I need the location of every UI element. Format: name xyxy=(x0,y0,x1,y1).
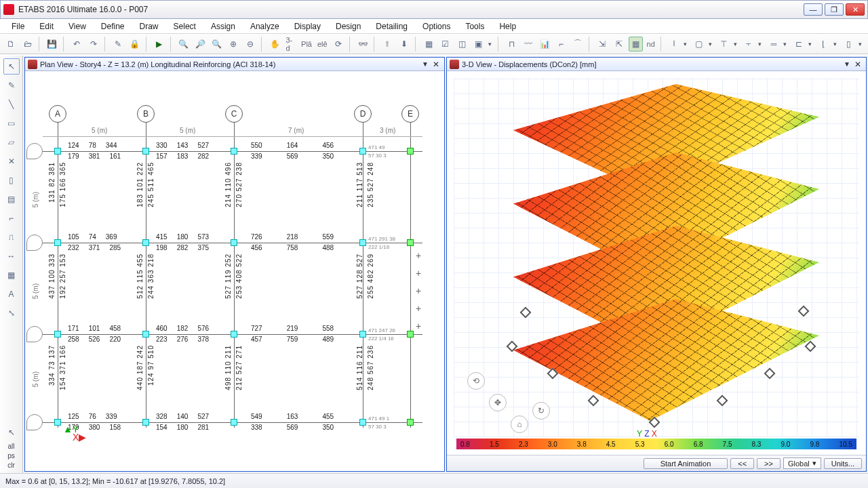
bars-icon[interactable]: 📊 xyxy=(538,37,551,52)
units-button[interactable]: Units... xyxy=(824,458,862,469)
zoom-out-icon[interactable]: ⊖ xyxy=(243,37,257,52)
slab-icon[interactable]: ▤ xyxy=(3,191,20,207)
moment-icon[interactable]: ⌐ xyxy=(554,37,568,52)
pencil-icon[interactable]: ✎ xyxy=(111,37,125,52)
row-bubble-3 xyxy=(26,326,43,342)
wave-icon[interactable]: 〰 xyxy=(521,37,534,52)
pointer-icon[interactable]: ↖ xyxy=(3,58,20,75)
home-button[interactable]: ⌂ xyxy=(511,415,528,433)
side-clr[interactable]: clr xyxy=(3,462,20,469)
menu-assign[interactable]: Assign xyxy=(203,20,243,33)
menu-display[interactable]: Display xyxy=(287,20,328,33)
next-button[interactable]: >> xyxy=(757,458,781,469)
rect-icon[interactable]: ▭ xyxy=(3,115,20,131)
plan-close[interactable]: ✕ xyxy=(431,60,441,69)
tee1-icon[interactable]: ⊤ xyxy=(717,37,730,52)
deform-icon[interactable]: ⌒ xyxy=(571,37,585,52)
view-plan-button[interactable]: Plâ xyxy=(300,40,313,48)
axis-triad: Y Z X xyxy=(637,429,657,439)
maximize-button[interactable]: ❐ xyxy=(825,3,844,16)
assign3-icon[interactable]: ▦ xyxy=(629,37,642,52)
3d-dropdown[interactable]: ▼ xyxy=(842,60,852,68)
open-icon[interactable]: 🗁 xyxy=(20,37,34,52)
section2-icon[interactable]: ▯ xyxy=(842,37,855,52)
redo-icon[interactable]: ↷ xyxy=(86,37,100,52)
prev-button[interactable]: << xyxy=(730,458,754,469)
menu-file[interactable]: File xyxy=(4,20,32,33)
show-object-icon[interactable]: ▦ xyxy=(422,37,435,52)
assign2-icon[interactable]: ⇱ xyxy=(612,37,626,52)
view-ele-button[interactable]: elê xyxy=(316,40,329,48)
menu-draw[interactable]: Draw xyxy=(132,20,166,33)
menu-design[interactable]: Design xyxy=(328,20,368,33)
up-story-icon[interactable]: ⬆ xyxy=(380,37,394,52)
side-toolbar: ↖ ✎ ╲ ▭ ▱ ✕ ▯ ▤ ⌐ ⎍ ↔ ▦ A ⤡ ↖ all ps clr xyxy=(0,56,23,473)
wall-icon[interactable]: ⌐ xyxy=(3,210,20,226)
pan-button[interactable]: ✥ xyxy=(489,394,507,411)
angle-icon[interactable]: ⌊ xyxy=(816,37,830,52)
hatch-icon[interactable]: ▦ xyxy=(3,267,20,283)
save-icon[interactable]: 💾 xyxy=(45,37,59,52)
side-ps[interactable]: ps xyxy=(3,452,20,460)
3d-canvas[interactable]: ⟲ ✥ ⌂ ↻ Y Z X 0.81.52.3 3.03.84.5 5.36.0… xyxy=(447,71,866,471)
minimize-button[interactable]: — xyxy=(804,3,823,16)
row-bubble-4 xyxy=(26,414,43,430)
glasses-icon[interactable]: 👓 xyxy=(356,37,370,52)
ibeam-icon[interactable]: Ｉ xyxy=(667,37,681,52)
undo-icon[interactable]: ↶ xyxy=(70,37,83,52)
menu-analyze[interactable]: Analyze xyxy=(243,20,287,33)
dim-icon[interactable]: ↔ xyxy=(3,248,20,264)
section-icon[interactable]: ▣ xyxy=(471,37,485,52)
menu-select[interactable]: Select xyxy=(166,20,203,33)
brace-icon[interactable]: ✕ xyxy=(3,153,20,169)
view-3d-button[interactable]: 3-d xyxy=(284,36,297,52)
window-title: ETABS 2016 Ultimate 16.0.0 - P007 xyxy=(18,5,804,14)
side-all[interactable]: all xyxy=(3,443,20,450)
plan-canvas[interactable]: A B C D E 5 (m) 5 (m) 7 (m) 3 (m) xyxy=(25,71,444,471)
box-icon[interactable]: ▢ xyxy=(692,37,705,52)
run-icon[interactable]: ▶ xyxy=(152,37,165,52)
area-icon[interactable]: ▱ xyxy=(3,134,20,150)
menu-edit[interactable]: Edit xyxy=(32,20,61,33)
rotate-icon[interactable]: ⟳ xyxy=(332,37,345,52)
zoom-prev-icon[interactable]: 🔍 xyxy=(210,37,224,52)
coord-select[interactable]: Global▾ xyxy=(783,458,821,469)
menu-detail[interactable]: Detailing xyxy=(368,20,415,33)
chart-icon[interactable]: ◫ xyxy=(455,37,469,52)
wall2-icon[interactable]: ⎍ xyxy=(3,229,20,245)
text-icon[interactable]: A xyxy=(3,286,20,302)
equals-icon[interactable]: ═ xyxy=(767,37,781,52)
assign1-icon[interactable]: ⇲ xyxy=(595,37,609,52)
zoom-extents-icon[interactable]: 🔎 xyxy=(193,37,207,52)
down-story-icon[interactable]: ⬇ xyxy=(397,37,411,52)
tool-icon[interactable]: ⤡ xyxy=(3,305,20,321)
zoom-window-icon[interactable]: 🔍 xyxy=(177,37,191,52)
3d-close[interactable]: ✕ xyxy=(852,60,863,69)
menu-options[interactable]: Options xyxy=(415,20,458,33)
orbit-button[interactable]: ⟲ xyxy=(467,372,485,390)
channel-icon[interactable]: ⊏ xyxy=(792,37,806,52)
start-animation-button[interactable]: Start Animation xyxy=(644,458,728,469)
tee2-icon[interactable]: ⫟ xyxy=(742,37,755,52)
line-icon[interactable]: ╲ xyxy=(3,96,20,113)
status-text: Max = 0.6 at [0, 15, 13.2]; Min = -10.61… xyxy=(5,477,225,485)
frame-icon[interactable]: ⊓ xyxy=(505,37,518,52)
menu-view[interactable]: View xyxy=(61,20,94,33)
page-icon[interactable]: ▯ xyxy=(3,172,20,188)
lock-icon[interactable]: 🔒 xyxy=(127,37,141,52)
check-icon[interactable]: ☑ xyxy=(438,37,452,52)
nd-button[interactable]: nd xyxy=(646,40,656,48)
close-button[interactable]: ✕ xyxy=(846,3,865,16)
menu-tools[interactable]: Tools xyxy=(458,20,492,33)
pan-icon[interactable]: ✋ xyxy=(268,37,281,52)
zoom-in-icon[interactable]: ⊕ xyxy=(226,37,240,52)
3d-footer: Start Animation << >> Global▾ Units... xyxy=(447,455,866,471)
menu-help[interactable]: Help xyxy=(492,20,524,33)
new-icon[interactable]: 🗋 xyxy=(4,37,18,52)
dim-3: 7 (m) xyxy=(288,127,304,134)
pointer2-icon[interactable]: ↖ xyxy=(3,424,20,441)
menu-define[interactable]: Define xyxy=(94,20,132,33)
rotate-button[interactable]: ↻ xyxy=(532,402,550,420)
plan-dropdown[interactable]: ▼ xyxy=(420,60,431,68)
wand-icon[interactable]: ✎ xyxy=(3,77,20,94)
